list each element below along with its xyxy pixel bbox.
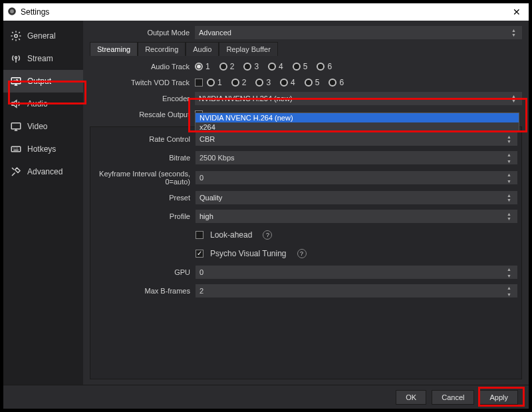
chevron-updown-icon: ▲▼: [511, 92, 521, 105]
svg-point-1: [10, 9, 14, 13]
twitch-vod-enable-checkbox[interactable]: [195, 79, 203, 87]
gpu-input[interactable]: 0 ▲▼: [196, 266, 517, 279]
antenna-icon: [10, 53, 22, 65]
audio-track-radio-5[interactable]: [293, 63, 301, 71]
audio-track-group: 1 2 3 4 5 6: [195, 62, 522, 71]
rate-control-select[interactable]: CBR ▲▼: [196, 132, 517, 146]
titlebar: Settings ✕: [3, 3, 529, 21]
audio-track-label: Audio Track: [90, 63, 195, 71]
monitor-arrow-icon: [10, 75, 22, 87]
dialog-footer: OK Cancel Apply: [3, 385, 529, 409]
tab-recording[interactable]: Recording: [138, 42, 186, 56]
twitch-vod-label: Twitch VOD Track: [90, 79, 195, 87]
twitch-track-radio-1[interactable]: [207, 79, 215, 87]
sidebar-item-hotkeys[interactable]: Hotkeys: [3, 138, 83, 160]
spinner-icon[interactable]: ▲▼: [507, 266, 516, 279]
output-mode-label: Output Mode: [90, 29, 195, 37]
svg-rect-6: [11, 146, 21, 152]
psycho-visual-checkbox[interactable]: [196, 250, 203, 258]
audio-track-radio-3[interactable]: [243, 63, 251, 71]
max-bframes-label: Max B-frames: [90, 287, 196, 295]
audio-track-radio-2[interactable]: [219, 63, 227, 71]
preset-select[interactable]: Quality ▲▼: [196, 191, 517, 204]
chevron-updown-icon: ▲▼: [507, 210, 516, 223]
sidebar-item-label: Stream: [27, 54, 53, 63]
spinner-icon[interactable]: ▲▼: [507, 284, 516, 298]
sidebar-item-label: General: [27, 31, 56, 41]
help-icon[interactable]: ?: [297, 249, 307, 258]
lookahead-checkbox[interactable]: [196, 231, 203, 239]
chevron-updown-icon: ▲▼: [507, 132, 516, 146]
chevron-updown-icon: ▲▼: [507, 191, 516, 204]
apply-button[interactable]: Apply: [479, 390, 518, 405]
sidebar-item-stream[interactable]: Stream: [3, 47, 83, 70]
profile-select[interactable]: high ▲▼: [196, 210, 517, 223]
sidebar-item-label: Output: [27, 77, 51, 86]
twitch-track-radio-5[interactable]: [305, 79, 313, 87]
window-title: Settings: [21, 7, 49, 17]
ok-button[interactable]: OK: [396, 390, 426, 405]
encoder-option-nvenc[interactable]: NVIDIA NVENC H.264 (new): [196, 113, 519, 122]
output-mode-value: Advanced: [199, 29, 231, 37]
twitch-track-radio-2[interactable]: [231, 79, 239, 87]
rescale-output-label: Rescale Output: [90, 110, 195, 118]
svg-point-2: [15, 35, 18, 38]
svg-rect-5: [11, 123, 21, 129]
app-icon: [7, 7, 17, 18]
twitch-track-radio-4[interactable]: [280, 79, 288, 87]
sidebar-item-audio[interactable]: Audio: [3, 93, 83, 115]
preset-label: Preset: [90, 194, 196, 202]
speaker-icon: [10, 98, 22, 110]
gear-icon: [10, 30, 22, 42]
chevron-updown-icon: ▲▼: [511, 26, 521, 39]
close-button[interactable]: ✕: [509, 7, 525, 17]
audio-track-radio-4[interactable]: [268, 63, 276, 71]
output-mode-select[interactable]: Advanced ▲▼: [195, 26, 522, 39]
sidebar: General Stream Output Audio Video Hotkey…: [3, 21, 83, 385]
encoder-dropdown[interactable]: NVIDIA NVENC H.264 (new) x264: [195, 112, 519, 132]
spinner-icon[interactable]: ▲▼: [507, 151, 516, 164]
lookahead-label: Look-ahead: [210, 230, 252, 240]
tools-icon: [10, 166, 22, 178]
content-area: Output Mode Advanced ▲▼ Streaming Record…: [83, 21, 529, 385]
twitch-vod-group: 1 2 3 4 5 6: [195, 78, 522, 87]
twitch-track-radio-6[interactable]: [329, 79, 336, 87]
profile-label: Profile: [90, 212, 196, 220]
sidebar-item-label: Advanced: [27, 167, 63, 176]
cancel-button[interactable]: Cancel: [432, 390, 474, 405]
twitch-track-radio-3[interactable]: [255, 79, 263, 87]
keyframe-input[interactable]: 0 ▲▼: [196, 171, 517, 184]
output-tabs: Streaming Recording Audio Replay Buffer: [90, 42, 522, 56]
psycho-visual-label: Psycho Visual Tuning: [210, 249, 287, 258]
encoder-settings-panel: Rate Control CBR ▲▼ Bitrate 2500 Kbps ▲▼…: [90, 126, 522, 379]
bitrate-input[interactable]: 2500 Kbps ▲▼: [196, 151, 517, 164]
sidebar-item-label: Audio: [27, 99, 48, 108]
monitor-icon: [10, 120, 22, 132]
spinner-icon[interactable]: ▲▼: [507, 171, 516, 184]
encoder-value: NVIDIA NVENC H.264 (new): [199, 95, 293, 103]
max-bframes-input[interactable]: 2 ▲▼: [196, 284, 517, 298]
settings-window: Settings ✕ General Stream Output Audio: [3, 3, 529, 409]
rate-control-label: Rate Control: [90, 135, 196, 143]
audio-track-radio-6[interactable]: [317, 63, 325, 71]
tab-streaming[interactable]: Streaming: [90, 42, 138, 56]
encoder-option-x264[interactable]: x264: [196, 122, 519, 132]
bitrate-label: Bitrate: [90, 154, 196, 162]
gpu-label: GPU: [90, 268, 196, 276]
sidebar-item-label: Hotkeys: [27, 144, 56, 154]
encoder-label: Encoder: [90, 95, 195, 103]
keyboard-icon: [10, 143, 22, 155]
audio-track-radio-1[interactable]: [195, 63, 203, 71]
tab-replay-buffer[interactable]: Replay Buffer: [219, 42, 277, 56]
sidebar-item-general[interactable]: General: [3, 25, 83, 47]
help-icon[interactable]: ?: [263, 230, 272, 240]
keyframe-label: Keyframe Interval (seconds, 0=auto): [90, 170, 196, 186]
sidebar-item-advanced[interactable]: Advanced: [3, 160, 83, 183]
sidebar-item-video[interactable]: Video: [3, 115, 83, 138]
tab-audio[interactable]: Audio: [186, 42, 219, 56]
sidebar-item-label: Video: [27, 122, 47, 131]
sidebar-item-output[interactable]: Output: [3, 70, 83, 93]
encoder-select[interactable]: NVIDIA NVENC H.264 (new) ▲▼: [195, 92, 522, 105]
svg-point-3: [15, 57, 17, 59]
